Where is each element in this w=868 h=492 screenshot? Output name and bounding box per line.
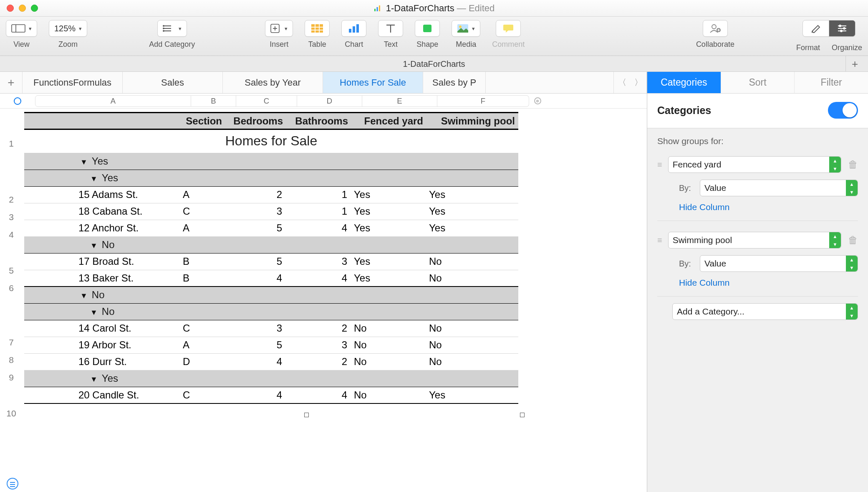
cell[interactable]: 12 Anchor St. (76, 220, 180, 236)
group-row[interactable]: ▼No (76, 236, 518, 253)
cell[interactable]: No (351, 353, 426, 370)
cell[interactable]: 3 (225, 320, 286, 337)
column-letter[interactable]: B (191, 95, 236, 107)
column-letter[interactable]: D (297, 95, 362, 107)
cell[interactable]: 16 Durr St. (76, 353, 180, 370)
organize-button[interactable] (829, 20, 855, 37)
cell[interactable] (24, 253, 76, 270)
cell[interactable]: 4 (286, 270, 351, 287)
cell[interactable]: Yes (351, 186, 426, 203)
cell[interactable]: No (426, 337, 518, 353)
cell[interactable]: 17 Broad St. (76, 253, 180, 270)
cell[interactable] (24, 353, 76, 370)
cell[interactable]: Yes (426, 220, 518, 236)
format-button[interactable] (802, 20, 829, 37)
group-column-select[interactable]: Fenced yard▲▼ (668, 156, 841, 173)
cell[interactable]: 2 (286, 320, 351, 337)
cell[interactable] (24, 270, 76, 287)
cell[interactable]: Yes (351, 220, 426, 236)
cell[interactable]: 3 (225, 203, 286, 220)
table-header-cell[interactable] (76, 113, 180, 129)
cell[interactable]: D (180, 353, 225, 370)
sheet-tab[interactable]: Sales (123, 72, 223, 93)
media-button[interactable]: ▾ (452, 20, 480, 37)
row-action-handle[interactable] (7, 478, 18, 489)
group-by-select[interactable]: Value▲▼ (700, 180, 858, 196)
cell[interactable]: 2 (225, 186, 286, 203)
tab-scroll-back[interactable]: 〈 (613, 72, 630, 93)
row-number[interactable]: 9 (0, 373, 23, 383)
cell[interactable]: No (351, 387, 426, 403)
drag-handle-icon[interactable]: ≡ (657, 238, 661, 242)
cell[interactable]: No (351, 337, 426, 353)
selection-handle[interactable] (304, 413, 309, 417)
cell[interactable]: 2 (286, 353, 351, 370)
table-header-cell[interactable]: Section (180, 113, 225, 129)
add-sheet-button-right[interactable]: + (845, 56, 864, 71)
table-header-cell[interactable]: Bedrooms (225, 113, 286, 129)
cell[interactable]: 1 (286, 186, 351, 203)
cell[interactable]: No (351, 320, 426, 337)
cell[interactable]: 5 (225, 253, 286, 270)
comment-button[interactable] (496, 20, 521, 37)
cell[interactable]: Yes (426, 186, 518, 203)
panel-tab[interactable]: Categories (647, 72, 721, 94)
row-number[interactable]: 2 (0, 195, 23, 205)
table-header-cell[interactable]: Bathrooms (286, 113, 351, 129)
drag-handle-icon[interactable]: ≡ (657, 162, 661, 167)
cell[interactable]: No (426, 353, 518, 370)
minimize-window-icon[interactable] (19, 5, 26, 12)
cell[interactable]: 1 (286, 203, 351, 220)
sheet-tab[interactable]: Sales by P (423, 72, 486, 93)
sheet-tab[interactable]: FunctionsFormulas (23, 72, 123, 93)
group-row[interactable]: ▼Yes (76, 170, 518, 186)
group-by-select[interactable]: Value▲▼ (700, 255, 858, 272)
panel-tab[interactable]: Filter (795, 72, 868, 94)
panel-tab[interactable]: Sort (721, 72, 795, 94)
add-category-select[interactable]: Add a Category... ▲▼ (672, 303, 858, 320)
group-row[interactable]: ▼No (76, 303, 518, 320)
row-number[interactable]: 1 (0, 139, 23, 149)
selection-handle[interactable] (520, 413, 525, 417)
cell[interactable]: Yes (351, 270, 426, 287)
group-row[interactable]: ▼Yes (76, 370, 518, 387)
insert-button[interactable]: ▾ (265, 20, 293, 37)
row-number[interactable]: 8 (0, 355, 23, 365)
table-header-cell[interactable]: Fenced yard (351, 113, 426, 129)
close-window-icon[interactable] (7, 5, 14, 12)
cell[interactable] (24, 387, 76, 403)
zoom-button[interactable]: 125%▾ (49, 20, 87, 37)
cell[interactable]: 19 Arbor St. (76, 337, 180, 353)
row-number[interactable]: 6 (0, 283, 23, 293)
add-column-handle[interactable] (534, 97, 541, 104)
cell[interactable]: A (180, 220, 225, 236)
cell[interactable]: Yes (351, 203, 426, 220)
group-column-select[interactable]: Swimming pool▲▼ (668, 232, 841, 249)
add-sheet-button-left[interactable]: + (0, 72, 23, 93)
cell[interactable] (24, 220, 76, 236)
trash-icon[interactable]: 🗑 (848, 234, 858, 246)
cell[interactable]: Yes (426, 203, 518, 220)
group-row[interactable]: ▼Yes (76, 153, 518, 170)
cell[interactable]: 13 Baker St. (76, 270, 180, 287)
group-row[interactable]: ▼No (76, 287, 518, 303)
hide-column-link[interactable]: Hide Column (657, 278, 858, 288)
cell[interactable]: C (180, 203, 225, 220)
cell[interactable]: Yes (351, 253, 426, 270)
column-letter[interactable]: E (362, 95, 437, 107)
table-header-cell[interactable] (24, 113, 76, 129)
column-letter[interactable]: F (437, 95, 529, 107)
cell[interactable]: C (180, 387, 225, 403)
cell[interactable]: No (426, 270, 518, 287)
row-number[interactable]: 7 (0, 337, 23, 347)
cell[interactable]: C (180, 320, 225, 337)
cell[interactable] (24, 320, 76, 337)
spreadsheet-canvas[interactable]: 12345678910 Homes for Sale SectionBedroo… (0, 109, 647, 492)
cell[interactable]: 4 (225, 387, 286, 403)
collaborate-button[interactable] (703, 20, 728, 37)
sheet-tab[interactable]: Sales by Year (223, 72, 323, 93)
tab-scroll-forward[interactable]: 〉 (630, 72, 647, 93)
cell[interactable]: B (180, 253, 225, 270)
sheet-tab[interactable]: Homes For Sale (323, 72, 423, 93)
trash-icon[interactable]: 🗑 (848, 159, 858, 170)
